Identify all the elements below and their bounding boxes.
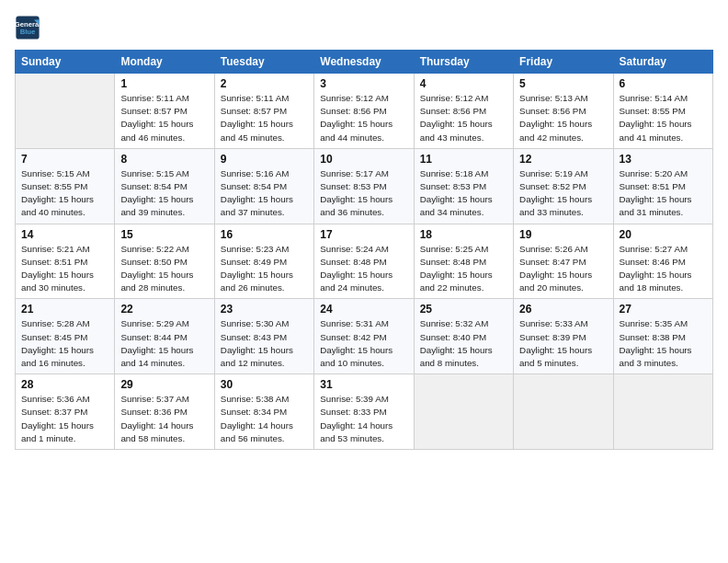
day-cell: 1Sunrise: 5:11 AM Sunset: 8:57 PM Daylig… [115,74,214,149]
day-info: Sunrise: 5:16 AM Sunset: 8:54 PM Dayligh… [221,167,308,220]
day-info: Sunrise: 5:18 AM Sunset: 8:53 PM Dayligh… [420,167,507,220]
day-cell: 21Sunrise: 5:28 AM Sunset: 8:45 PM Dayli… [16,299,115,374]
day-info: Sunrise: 5:21 AM Sunset: 8:51 PM Dayligh… [21,243,108,295]
day-info: Sunrise: 5:12 AM Sunset: 8:56 PM Dayligh… [320,92,407,144]
day-info: Sunrise: 5:25 AM Sunset: 8:48 PM Dayligh… [420,243,507,295]
header-cell-sunday: Sunday [16,51,115,74]
day-cell: 27Sunrise: 5:35 AM Sunset: 8:38 PM Dayli… [613,299,712,374]
calendar-table: SundayMondayTuesdayWednesdayThursdayFrid… [15,50,713,450]
day-cell [613,374,712,450]
day-cell [514,374,613,450]
day-cell: 31Sunrise: 5:39 AM Sunset: 8:33 PM Dayli… [314,374,414,450]
week-row-1: 1Sunrise: 5:11 AM Sunset: 8:57 PM Daylig… [16,74,713,149]
day-number: 21 [21,303,108,316]
day-cell [414,374,513,450]
day-cell: 12Sunrise: 5:19 AM Sunset: 8:52 PM Dayli… [514,148,613,224]
day-info: Sunrise: 5:11 AM Sunset: 8:57 PM Dayligh… [221,92,308,144]
day-info: Sunrise: 5:31 AM Sunset: 8:42 PM Dayligh… [320,317,407,370]
day-number: 16 [221,228,308,241]
day-cell: 20Sunrise: 5:27 AM Sunset: 8:46 PM Dayli… [613,224,712,299]
week-row-2: 7Sunrise: 5:15 AM Sunset: 8:55 PM Daylig… [16,148,713,224]
day-number: 31 [320,378,407,391]
day-cell: 26Sunrise: 5:33 AM Sunset: 8:39 PM Dayli… [514,299,613,374]
day-cell: 23Sunrise: 5:30 AM Sunset: 8:43 PM Dayli… [214,299,313,374]
day-cell: 22Sunrise: 5:29 AM Sunset: 8:44 PM Dayli… [115,299,214,374]
day-info: Sunrise: 5:19 AM Sunset: 8:52 PM Dayligh… [519,167,607,220]
day-cell: 19Sunrise: 5:26 AM Sunset: 8:47 PM Dayli… [514,224,613,299]
day-cell: 10Sunrise: 5:17 AM Sunset: 8:53 PM Dayli… [314,148,414,224]
day-cell: 7Sunrise: 5:15 AM Sunset: 8:55 PM Daylig… [16,148,115,224]
day-number: 12 [519,153,607,166]
day-cell: 15Sunrise: 5:22 AM Sunset: 8:50 PM Dayli… [115,224,214,299]
day-number: 25 [420,303,507,316]
day-info: Sunrise: 5:36 AM Sunset: 8:37 PM Dayligh… [21,393,108,445]
day-cell: 25Sunrise: 5:32 AM Sunset: 8:40 PM Dayli… [414,299,513,374]
day-cell: 6Sunrise: 5:14 AM Sunset: 8:55 PM Daylig… [613,74,712,149]
day-info: Sunrise: 5:24 AM Sunset: 8:48 PM Dayligh… [320,243,407,295]
day-cell: 8Sunrise: 5:15 AM Sunset: 8:54 PM Daylig… [115,148,214,224]
day-cell: 30Sunrise: 5:38 AM Sunset: 8:34 PM Dayli… [214,374,313,450]
day-info: Sunrise: 5:15 AM Sunset: 8:54 PM Dayligh… [120,167,208,220]
day-info: Sunrise: 5:35 AM Sunset: 8:38 PM Dayligh… [620,317,707,370]
week-row-3: 14Sunrise: 5:21 AM Sunset: 8:51 PM Dayli… [16,224,713,299]
day-cell: 13Sunrise: 5:20 AM Sunset: 8:51 PM Dayli… [613,148,712,224]
day-info: Sunrise: 5:32 AM Sunset: 8:40 PM Dayligh… [420,317,507,370]
day-cell: 11Sunrise: 5:18 AM Sunset: 8:53 PM Dayli… [414,148,513,224]
day-number: 28 [21,378,108,391]
day-info: Sunrise: 5:33 AM Sunset: 8:39 PM Dayligh… [519,317,607,370]
day-number: 18 [420,228,507,241]
day-number: 11 [420,153,507,166]
header: General Blue [15,15,713,40]
day-number: 24 [320,303,407,316]
week-row-5: 28Sunrise: 5:36 AM Sunset: 8:37 PM Dayli… [16,374,713,450]
day-number: 19 [519,228,607,241]
day-number: 6 [620,77,707,90]
day-cell [16,74,115,149]
day-info: Sunrise: 5:17 AM Sunset: 8:53 PM Dayligh… [320,167,407,220]
header-cell-tuesday: Tuesday [214,51,313,74]
day-number: 3 [320,77,407,90]
day-info: Sunrise: 5:29 AM Sunset: 8:44 PM Dayligh… [120,317,208,370]
day-info: Sunrise: 5:27 AM Sunset: 8:46 PM Dayligh… [620,243,707,295]
day-cell: 5Sunrise: 5:13 AM Sunset: 8:56 PM Daylig… [514,74,613,149]
header-cell-saturday: Saturday [613,51,712,74]
header-cell-wednesday: Wednesday [314,51,414,74]
day-cell: 28Sunrise: 5:36 AM Sunset: 8:37 PM Dayli… [16,374,115,450]
day-number: 13 [620,153,707,166]
day-number: 14 [21,228,108,241]
day-cell: 17Sunrise: 5:24 AM Sunset: 8:48 PM Dayli… [314,224,414,299]
day-cell: 24Sunrise: 5:31 AM Sunset: 8:42 PM Dayli… [314,299,414,374]
day-info: Sunrise: 5:12 AM Sunset: 8:56 PM Dayligh… [420,92,507,144]
day-info: Sunrise: 5:30 AM Sunset: 8:43 PM Dayligh… [221,317,308,370]
header-cell-thursday: Thursday [414,51,513,74]
day-number: 23 [221,303,308,316]
day-number: 20 [620,228,707,241]
day-number: 5 [519,77,607,90]
day-cell: 2Sunrise: 5:11 AM Sunset: 8:57 PM Daylig… [214,74,313,149]
day-cell: 4Sunrise: 5:12 AM Sunset: 8:56 PM Daylig… [414,74,513,149]
logo-icon: General Blue [15,15,40,40]
day-cell: 18Sunrise: 5:25 AM Sunset: 8:48 PM Dayli… [414,224,513,299]
calendar-header-row: SundayMondayTuesdayWednesdayThursdayFrid… [16,51,713,74]
day-info: Sunrise: 5:20 AM Sunset: 8:51 PM Dayligh… [620,167,707,220]
header-cell-friday: Friday [514,51,613,74]
day-info: Sunrise: 5:22 AM Sunset: 8:50 PM Dayligh… [120,243,208,295]
day-info: Sunrise: 5:39 AM Sunset: 8:33 PM Dayligh… [320,393,407,445]
day-number: 1 [120,77,208,90]
day-number: 7 [21,153,108,166]
day-info: Sunrise: 5:26 AM Sunset: 8:47 PM Dayligh… [519,243,607,295]
day-number: 10 [320,153,407,166]
week-row-4: 21Sunrise: 5:28 AM Sunset: 8:45 PM Dayli… [16,299,713,374]
day-number: 30 [221,378,308,391]
day-number: 17 [320,228,407,241]
day-cell: 14Sunrise: 5:21 AM Sunset: 8:51 PM Dayli… [16,224,115,299]
day-info: Sunrise: 5:23 AM Sunset: 8:49 PM Dayligh… [221,243,308,295]
day-number: 9 [221,153,308,166]
day-cell: 16Sunrise: 5:23 AM Sunset: 8:49 PM Dayli… [214,224,313,299]
day-number: 4 [420,77,507,90]
day-cell: 3Sunrise: 5:12 AM Sunset: 8:56 PM Daylig… [314,74,414,149]
day-number: 26 [519,303,607,316]
day-info: Sunrise: 5:37 AM Sunset: 8:36 PM Dayligh… [120,393,208,445]
page-container: General Blue SundayMondayTuesdayWednesda… [0,0,728,457]
day-info: Sunrise: 5:28 AM Sunset: 8:45 PM Dayligh… [21,317,108,370]
